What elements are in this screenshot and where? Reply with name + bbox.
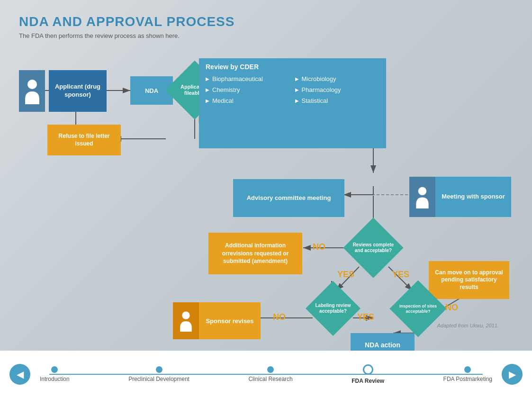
no3-label: NO	[273, 312, 286, 322]
review-col2-item: Pharmacology	[295, 86, 380, 93]
review-col2-item: Statistical	[295, 97, 380, 104]
review-panel-title: Review by CDER	[206, 63, 379, 71]
reviews-complete-diamond: Reviews complete and acceptable?	[352, 226, 395, 269]
nav-label: Introduction	[40, 376, 70, 382]
applicant-label: Applicant (drug sponsor)	[49, 70, 107, 112]
sponsor-revises-box: Sponsor revises	[173, 302, 261, 339]
yes4-label: YES	[357, 312, 374, 322]
flowchart: Applicant (drug sponsor) NDA Application…	[19, 49, 513, 343]
nav-label: Preclinical Development	[128, 376, 189, 382]
no2-label: NO	[313, 242, 325, 252]
nav-label: FDA Review	[352, 378, 384, 384]
nav-label: Clinical Research	[248, 376, 292, 382]
page-title: NDA AND APPROVAL PROCESS	[19, 14, 513, 29]
review-col-2: MicrobiologyPharmacologyStatistical	[295, 75, 380, 108]
review-col2-item: Microbiology	[295, 75, 380, 82]
review-col-1: BiopharmaceuticalChemistryMedical	[206, 75, 290, 108]
next-button[interactable]: ▶	[502, 364, 523, 385]
no4-label: NO	[445, 303, 458, 313]
review-col1-item: Chemistry	[206, 86, 290, 93]
nav-dot	[156, 366, 162, 373]
yes2-label: YES	[337, 270, 354, 280]
inspection-sites-diamond: Inspection of sites acceptable?	[398, 289, 438, 329]
svg-point-28	[418, 187, 427, 195]
applicant-person-icon	[19, 70, 45, 112]
nav-label: FDA Postmarketing	[443, 376, 492, 382]
labeling-review-diamond: Labeling review acceptable?	[314, 289, 352, 328]
advisory-box: Advisory committee meeting	[233, 179, 344, 217]
can-move-on-box: Can move on to approval pending satisfac…	[429, 261, 509, 299]
additional-info-box: Additional information orrevisions reque…	[208, 233, 302, 274]
nav-timeline: IntroductionPreclinical DevelopmentClini…	[30, 364, 502, 384]
nav-dot	[363, 364, 373, 375]
svg-point-29	[182, 311, 189, 319]
adapted-text: Adapted from Ukwu, 2011.	[437, 323, 499, 328]
applicant-box: Applicant (drug sponsor)	[19, 70, 107, 112]
nav-dot	[267, 366, 274, 373]
prev-button[interactable]: ◀	[9, 364, 30, 385]
nav-item-introduction[interactable]: Introduction	[40, 366, 70, 382]
yes3-label: YES	[392, 270, 409, 280]
refuse-to-file-box: Refuse to file letter issued	[47, 125, 121, 155]
nav-dot	[51, 366, 58, 373]
page-subtitle: The FDA then performs the review process…	[19, 32, 513, 39]
nav-item-fda-review[interactable]: FDA Review	[352, 364, 384, 384]
svg-point-27	[27, 80, 37, 89]
review-col1-item: Medical	[206, 97, 290, 104]
bottom-nav: ◀ IntroductionPreclinical DevelopmentCli…	[0, 351, 532, 398]
nav-item-clinical-research[interactable]: Clinical Research	[248, 366, 292, 382]
nav-item-preclinical-development[interactable]: Preclinical Development	[128, 366, 189, 382]
review-col1-item: Biopharmaceutical	[206, 75, 290, 82]
nav-dot	[464, 366, 471, 373]
nav-item-fda-postmarketing[interactable]: FDA Postmarketing	[443, 366, 492, 382]
review-items: BiopharmaceuticalChemistryMedical Microb…	[206, 75, 379, 108]
review-panel: Review by CDER BiopharmaceuticalChemistr…	[199, 58, 386, 148]
meeting-sponsor-box: Meeting with sponsor	[409, 177, 511, 217]
main-content: NDA AND APPROVAL PROCESS The FDA then pe…	[0, 0, 532, 351]
